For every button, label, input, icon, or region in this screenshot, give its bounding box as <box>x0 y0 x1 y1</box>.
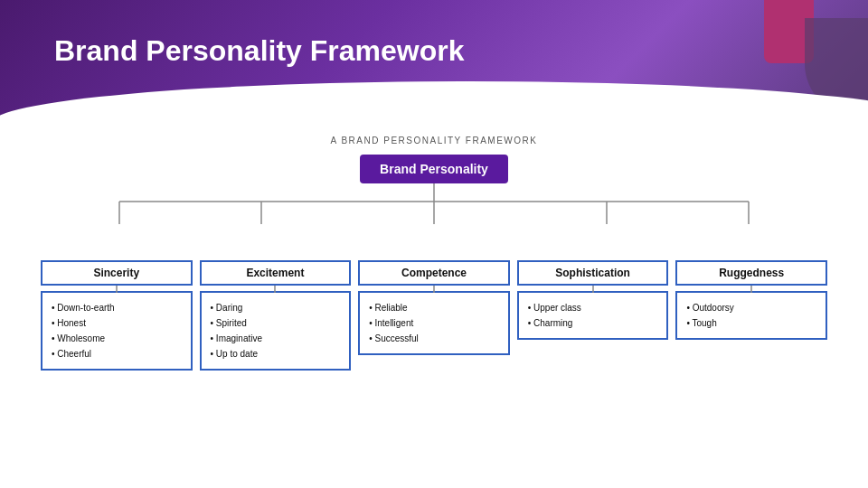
brand-personality-box: Brand Personality <box>360 155 508 183</box>
category-sophistication: Sophistication • Upper class • Charming <box>517 260 669 371</box>
category-details-ruggedness: • Outdoorsy • Tough <box>675 291 827 340</box>
category-sincerity: Sincerity • Down-to-earth • Honest • Who… <box>41 260 193 371</box>
main-content: A BRAND PERSONALITY FRAMEWORK Brand Pers… <box>0 117 868 380</box>
page-title: Brand Personality Framework <box>54 34 464 68</box>
category-name-sophistication: Sophistication <box>517 260 669 286</box>
framework-diagram: Brand Personality Sincerity <box>41 155 827 371</box>
category-name-sincerity: Sincerity <box>41 260 193 286</box>
ruggedness-down-line <box>750 286 752 293</box>
categories-row: Sincerity • Down-to-earth • Honest • Who… <box>41 260 827 371</box>
category-details-excitement: • Daring • Spirited • Imaginative • Up t… <box>200 291 352 371</box>
excitement-down-line <box>274 286 276 293</box>
connector-lines <box>41 183 827 224</box>
header-accent-block2 <box>805 18 868 117</box>
sincerity-down-line <box>116 286 118 293</box>
category-name-competence: Competence <box>358 260 510 286</box>
category-details-competence: • Reliable • Intelligent • Successful <box>358 291 510 355</box>
competence-down-line <box>433 286 435 293</box>
category-details-sincerity: • Down-to-earth • Honest • Wholesome • C… <box>41 291 193 371</box>
category-details-sophistication: • Upper class • Charming <box>517 291 669 340</box>
category-competence: Competence • Reliable • Intelligent • Su… <box>358 260 510 371</box>
category-name-ruggedness: Ruggedness <box>675 260 827 286</box>
framework-subtitle: A BRAND PERSONALITY FRAMEWORK <box>331 136 538 145</box>
category-excitement: Excitement • Daring • Spirited • Imagina… <box>200 260 352 371</box>
sophistication-down-line <box>592 286 594 293</box>
header: Brand Personality Framework <box>0 0 868 117</box>
category-ruggedness: Ruggedness • Outdoorsy • Tough <box>675 260 827 371</box>
category-name-excitement: Excitement <box>200 260 352 286</box>
